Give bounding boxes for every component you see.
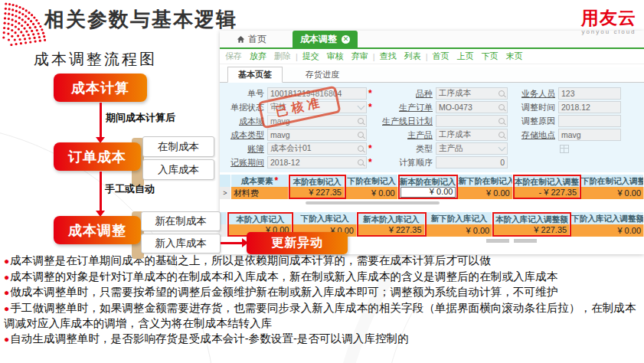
- field-label: 调整原因: [512, 116, 555, 127]
- nav-tab-cost-adjust[interactable]: 成本调整 ✕: [293, 31, 358, 47]
- table-cell[interactable]: - ¥ 227.35: [515, 187, 580, 198]
- field-input[interactable]: 123: [558, 87, 621, 100]
- page-title: 相关参数与基本逻辑: [44, 6, 237, 33]
- flow-node-update-movement: 更新异动: [247, 232, 348, 254]
- column-header[interactable]: 本阶入库记入调整额: [494, 214, 570, 224]
- toolbar-button[interactable]: 查找: [380, 51, 397, 62]
- field-value: 123: [561, 89, 618, 98]
- table-cell[interactable]: ¥ 0.00: [427, 224, 493, 237]
- form-field: 业务人员123: [512, 87, 641, 100]
- form-field: 生产订单MO-0473: [376, 100, 512, 114]
- field-value: mavg: [561, 130, 618, 139]
- form-field: [512, 142, 641, 155]
- flow-item-inbound-cost: 入库成本: [142, 159, 214, 180]
- table-column: 下阶在制记入调整额¥ 0.00: [581, 175, 644, 199]
- flow-item-new-inbound-cost: 新入库成本: [141, 234, 221, 253]
- form-field: 生产线日计划: [376, 114, 512, 128]
- field-input[interactable]: mavg: [558, 129, 621, 141]
- search-icon[interactable]: [499, 90, 505, 96]
- yonyou-logo-text: 用友云: [581, 9, 636, 27]
- column-header[interactable]: 新下阶在制记入: [458, 175, 512, 187]
- flow-node-cost-calc: 成本计算: [54, 74, 147, 102]
- scrollbar-fragments: [486, 239, 644, 243]
- column-header[interactable]: 新下阶入库记入: [427, 212, 493, 224]
- toolbar-separator: |: [373, 52, 375, 61]
- field-input[interactable]: 主产品: [436, 142, 508, 155]
- field-input[interactable]: MO-0473: [436, 101, 508, 113]
- flow-arrow-label: 期间成本计算后: [106, 111, 175, 125]
- column-header[interactable]: 本阶在制记入调整额: [515, 176, 580, 187]
- field-input[interactable]: 2018.12: [558, 101, 621, 113]
- required-asterisk: *: [368, 102, 372, 113]
- toolbar-button[interactable]: 列表: [404, 51, 421, 62]
- note-item: ●做成本调整单时，只需要按希望的调整后金额维护新在制或新入库成本即可；调整额为系…: [4, 285, 641, 301]
- table-cell[interactable]: ¥ 0.00: [571, 224, 644, 237]
- table-cell[interactable]: ¥ 0.00: [458, 187, 512, 199]
- table-cell[interactable]: ¥ 0.00: [581, 187, 644, 199]
- field-input[interactable]: [436, 115, 508, 127]
- horizontal-scrollbar[interactable]: [514, 239, 537, 243]
- toolbar-button[interactable]: 末页: [506, 51, 523, 62]
- toolbar-separator: |: [426, 52, 428, 61]
- form-column: 品种工序成本生产订单MO-0473生产线日计划主产品工序成本类型主产品计算顺序0: [376, 87, 512, 169]
- flow-arrow-right: [221, 242, 242, 244]
- column-header[interactable]: 新本阶入库记入: [358, 214, 425, 224]
- form-field: 调整原因: [512, 114, 641, 128]
- horizontal-scrollbar[interactable]: [486, 239, 509, 243]
- column-header[interactable]: 下阶在制记入调整额: [581, 175, 644, 187]
- table-column: 新本阶入库记入¥ 227.35: [357, 212, 427, 237]
- grid-icon[interactable]: [560, 145, 569, 153]
- column-header[interactable]: 下阶入库记入调整额: [571, 212, 644, 224]
- field-label: 生产订单: [376, 102, 433, 113]
- form-field: 存储地点mavg: [512, 128, 641, 142]
- bullet-icon: ●: [4, 272, 9, 283]
- bullet-icon: ●: [4, 303, 9, 314]
- field-label: 业务人员: [512, 88, 555, 100]
- field-input[interactable]: 0: [436, 156, 508, 168]
- table-cell[interactable]: ¥ 227.35: [358, 224, 425, 235]
- flow-arrow-down: [100, 172, 102, 211]
- field-value: 2018.12: [561, 103, 618, 112]
- toolbar-button[interactable]: 上页: [457, 51, 474, 62]
- search-icon[interactable]: [499, 104, 505, 110]
- flow-node-cost-adjust: 成本调整: [54, 216, 141, 244]
- column-header[interactable]: 新本阶在制记入: [400, 176, 457, 187]
- form-field: 品种工序成本: [376, 87, 512, 100]
- table-column: 本阶入库记入调整额¥ 227.35: [492, 212, 571, 237]
- table-column: 新本阶在制记入¥ 0.00: [398, 175, 459, 199]
- form-field: 计算顺序0: [376, 155, 512, 169]
- field-label: 生产线日计划: [376, 116, 433, 127]
- toolbar-button[interactable]: 首页: [433, 51, 449, 62]
- notes-list: ●成本调整是在订单期间成本的基础之上，所以是依赖期间成本计算的，需要在成本计算后…: [4, 253, 641, 347]
- search-icon[interactable]: [499, 132, 505, 138]
- field-label: 计算顺序: [376, 157, 433, 168]
- field-value: 主产品: [439, 143, 498, 154]
- yonyou-logo: 用友云 yonyou cloud: [581, 9, 636, 35]
- nav-tab-home[interactable]: 首页: [237, 31, 266, 47]
- field-label: 类型: [376, 143, 433, 155]
- toolbar-button[interactable]: 下页: [482, 51, 499, 62]
- flow-arrow-label: 手工或自动: [105, 182, 155, 196]
- table-cell[interactable]: ¥ 0.00: [400, 187, 456, 198]
- field-label: 调整时间: [512, 102, 555, 113]
- field-input[interactable]: 工序成本: [436, 129, 508, 141]
- field-label: 主产品: [376, 129, 433, 141]
- table-cell[interactable]: ¥ 227.35: [494, 224, 570, 235]
- chevron-down-icon[interactable]: [499, 144, 506, 152]
- nav-tab-label: 成本调整: [300, 33, 337, 46]
- table-column: 本阶在制记入调整额- ¥ 227.35: [513, 175, 581, 199]
- flow-item-new-wip-cost: 新在制成本: [141, 211, 221, 231]
- field-value: MO-0473: [439, 103, 497, 112]
- field-label: 存储地点: [512, 129, 555, 141]
- field-value: 工序成本: [439, 129, 497, 140]
- form-field: 主产品工序成本: [376, 128, 512, 142]
- yonyou-logo-tagline: yonyou cloud: [581, 29, 636, 35]
- field-value: 工序成本: [439, 88, 497, 99]
- brand-dots-logo: [2, 0, 46, 46]
- search-icon[interactable]: [499, 118, 505, 124]
- required-asterisk: *: [368, 88, 372, 99]
- close-icon[interactable]: ✕: [342, 35, 350, 44]
- field-input[interactable]: 工序成本: [436, 87, 508, 100]
- field-input[interactable]: [558, 115, 621, 127]
- flow-arrow-down: [100, 103, 102, 137]
